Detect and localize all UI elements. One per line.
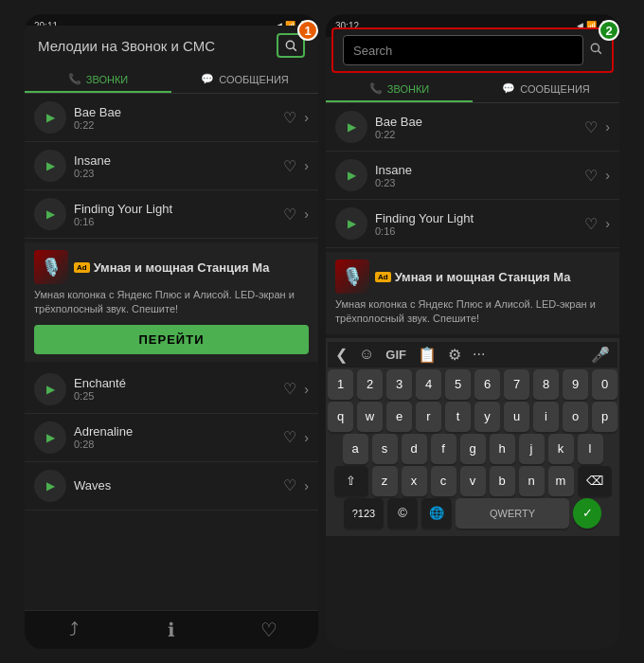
key-f[interactable]: f — [431, 434, 456, 464]
chevron-right-icon[interactable]: › — [605, 119, 610, 134]
key-5[interactable]: 5 — [445, 369, 471, 400]
key-w[interactable]: w — [357, 402, 383, 432]
play-button[interactable]: ▶ — [335, 111, 367, 143]
song-name: Insane — [74, 153, 276, 168]
key-o[interactable]: o — [563, 402, 588, 432]
space-key[interactable]: QWERTY — [456, 498, 569, 529]
song-duration: 0:25 — [74, 390, 276, 402]
ad-badge: Ad — [375, 272, 391, 282]
key-s[interactable]: s — [372, 434, 398, 464]
key-6[interactable]: 6 — [474, 369, 500, 400]
song-list-right: ▶ Bae Bae 0:22 ♡ › ▶ Insane 0:23 ♡ › ▶ — [326, 103, 619, 338]
emoji-icon[interactable]: ☺ — [359, 346, 374, 363]
key-2[interactable]: 2 — [357, 369, 383, 400]
shift-key[interactable]: ⇧ — [334, 466, 368, 496]
play-button[interactable]: ▶ — [335, 207, 367, 240]
key-u[interactable]: u — [504, 402, 529, 432]
favorites-button[interactable]: ♡ — [221, 618, 318, 641]
key-p[interactable]: p — [592, 402, 617, 432]
favorite-icon[interactable]: ♡ — [283, 206, 296, 224]
tab-messages-left[interactable]: 💬 СООБЩЕНИЯ — [171, 65, 318, 93]
play-button[interactable]: ▶ — [34, 150, 66, 182]
song-info: Waves — [74, 478, 276, 493]
ad-header: 🎙️ Ad Умная и мощная Станция Ма — [335, 260, 610, 294]
search-input[interactable]: Search — [343, 35, 583, 65]
key-i[interactable]: i — [533, 402, 559, 432]
key-a[interactable]: a — [343, 434, 368, 464]
more-icon[interactable]: ··· — [473, 346, 485, 363]
keyboard-toolbar: ❮ ☺ GIF 📋 ⚙ ··· 🎤 — [328, 342, 617, 367]
ad-title: Умная и мощная Станция Ма — [94, 260, 270, 275]
key-7[interactable]: 7 — [504, 369, 529, 400]
search-icon-right[interactable] — [589, 42, 602, 59]
gif-button[interactable]: GIF — [385, 348, 406, 362]
favorite-icon[interactable]: ♡ — [584, 167, 598, 185]
favorite-icon[interactable]: ♡ — [283, 157, 296, 175]
chevron-right-icon[interactable]: › — [605, 216, 610, 231]
play-button[interactable]: ▶ — [34, 470, 66, 502]
key-d[interactable]: d — [402, 434, 427, 464]
emoji-key[interactable]: © — [387, 498, 418, 529]
chevron-right-icon[interactable]: › — [304, 382, 309, 397]
ad-button[interactable]: ПЕРЕЙТИ — [34, 325, 309, 354]
favorite-icon[interactable]: ♡ — [584, 215, 598, 233]
key-4[interactable]: 4 — [416, 369, 441, 400]
key-h[interactable]: h — [490, 434, 515, 464]
enter-key[interactable]: ✓ — [573, 498, 601, 529]
key-q[interactable]: q — [328, 402, 353, 432]
favorite-icon[interactable]: ♡ — [283, 428, 296, 446]
play-button[interactable]: ▶ — [34, 421, 66, 454]
key-c[interactable]: c — [431, 466, 456, 496]
key-0[interactable]: 0 — [592, 369, 617, 400]
mic-icon[interactable]: 🎤 — [591, 346, 610, 364]
chevron-right-icon[interactable]: › — [304, 206, 309, 222]
tab-messages-right[interactable]: 💬 СООБЩЕНИЯ — [473, 75, 619, 102]
ad-description: Умная колонка с Яндекс Плюс и Алисой. LE… — [34, 288, 309, 317]
back-arrow-icon[interactable]: ❮ — [335, 346, 348, 364]
numbers-key[interactable]: ?123 — [344, 498, 384, 529]
info-button[interactable]: ℹ — [122, 618, 220, 641]
ad-avatar: 🎙️ — [335, 260, 369, 294]
key-8[interactable]: 8 — [533, 369, 559, 400]
favorite-icon[interactable]: ♡ — [283, 109, 296, 127]
clipboard-icon[interactable]: 📋 — [418, 346, 437, 364]
song-info: Finding Your Light 0:16 — [375, 211, 577, 237]
settings-icon[interactable]: ⚙ — [448, 346, 461, 364]
key-b[interactable]: b — [490, 466, 515, 496]
key-g[interactable]: g — [460, 434, 486, 464]
play-button[interactable]: ▶ — [335, 159, 367, 191]
key-l[interactable]: l — [578, 434, 603, 464]
key-v[interactable]: v — [460, 466, 486, 496]
chevron-right-icon[interactable]: › — [304, 430, 309, 445]
key-9[interactable]: 9 — [563, 369, 588, 400]
song-duration: 0:23 — [74, 168, 276, 179]
chevron-right-icon[interactable]: › — [605, 168, 610, 183]
share-button[interactable]: ⤴ — [25, 618, 122, 641]
favorite-icon[interactable]: ♡ — [283, 380, 296, 398]
key-j[interactable]: j — [519, 434, 545, 464]
key-m[interactable]: m — [548, 466, 574, 496]
key-3[interactable]: 3 — [386, 369, 412, 400]
key-n[interactable]: n — [519, 466, 545, 496]
key-e[interactable]: e — [386, 402, 412, 432]
key-k[interactable]: k — [548, 434, 574, 464]
play-button[interactable]: ▶ — [34, 101, 66, 134]
key-z[interactable]: z — [372, 466, 398, 496]
play-button[interactable]: ▶ — [34, 198, 66, 230]
chevron-right-icon[interactable]: › — [304, 158, 309, 173]
favorite-icon[interactable]: ♡ — [584, 118, 598, 136]
chevron-right-icon[interactable]: › — [304, 110, 309, 125]
key-t[interactable]: t — [445, 402, 471, 432]
tab-calls-left[interactable]: 📞 ЗВОНКИ — [25, 65, 171, 93]
tab-calls-right[interactable]: 📞 ЗВОНКИ — [326, 75, 473, 102]
key-1[interactable]: 1 — [328, 369, 353, 400]
key-r[interactable]: r — [416, 402, 441, 432]
favorite-icon[interactable]: ♡ — [283, 476, 296, 494]
chevron-right-icon[interactable]: › — [304, 478, 309, 493]
play-button[interactable]: ▶ — [34, 373, 66, 405]
key-y[interactable]: y — [474, 402, 500, 432]
key-x[interactable]: x — [402, 466, 427, 496]
backspace-key[interactable]: ⌫ — [578, 466, 612, 496]
song-duration: 0:23 — [375, 177, 577, 188]
globe-key[interactable]: 🌐 — [421, 498, 452, 529]
